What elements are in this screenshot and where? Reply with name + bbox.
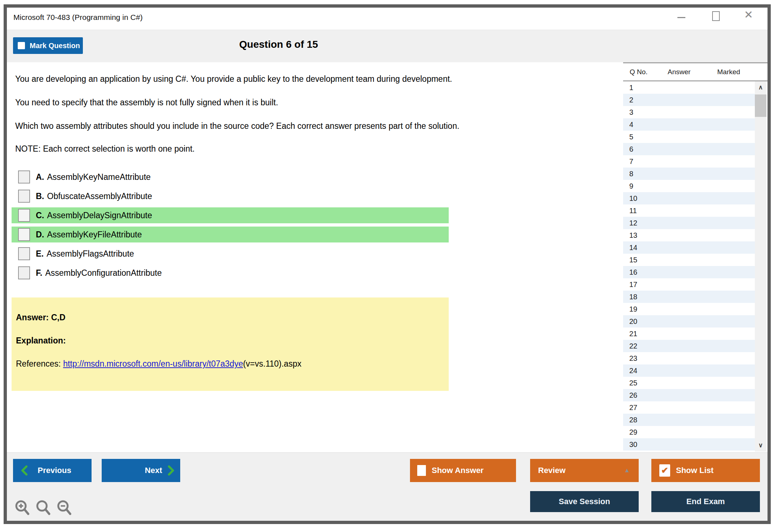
sidebar-row-number: 23	[629, 354, 637, 363]
sidebar-row[interactable]: 23	[623, 352, 755, 364]
sidebar-row[interactable]: 7	[623, 155, 755, 168]
sidebar-row[interactable]: 11	[623, 204, 755, 217]
sidebar-row[interactable]: 5	[623, 131, 755, 143]
sidebar-row-number: 6	[629, 145, 633, 153]
sidebar-row[interactable]: 3	[623, 106, 755, 118]
sidebar-scrollbar[interactable]: ∧ ∨	[755, 81, 766, 452]
sidebar-row[interactable]: 18	[623, 291, 755, 303]
sidebar-row[interactable]: 21	[623, 328, 755, 340]
sidebar-row[interactable]: 19	[623, 303, 755, 315]
sidebar-row[interactable]: 8	[623, 168, 755, 180]
sidebar-header: Q No. Answer Marked	[623, 63, 768, 80]
option-row-c[interactable]: C. AssemblyDelaySignAttribute	[12, 207, 449, 223]
option-text: AssemblyDelaySignAttribute	[47, 211, 152, 220]
option-row-d[interactable]: D. AssemblyKeyFileAttribute	[12, 227, 449, 242]
sidebar-row[interactable]: 22	[623, 340, 755, 352]
sidebar-row-number: 20	[629, 317, 637, 326]
zoom-out-button[interactable]	[56, 499, 73, 517]
minimize-icon[interactable]	[677, 17, 685, 18]
option-checkbox-d[interactable]	[18, 228, 30, 241]
option-letter: D.	[36, 230, 44, 240]
mark-question-label: Mark Question	[30, 42, 80, 50]
option-row-f[interactable]: F. AssemblyConfigurationAttribute	[12, 265, 449, 281]
sidebar-row[interactable]: 10	[623, 192, 755, 204]
sidebar-row[interactable]: 2	[623, 94, 755, 106]
scroll-down-icon[interactable]: ∨	[755, 440, 766, 451]
mark-question-checkbox[interactable]	[18, 42, 25, 49]
show-list-label: Show List	[676, 466, 714, 475]
sidebar-row-number: 24	[629, 367, 637, 375]
option-text: ObfuscateAssemblyAttribute	[47, 191, 152, 201]
sidebar-row-number: 19	[629, 305, 637, 313]
window-title: Microsoft 70-483 (Programming in C#)	[13, 13, 143, 22]
sidebar-row[interactable]: 13	[623, 229, 755, 241]
sidebar-row[interactable]: 1	[623, 81, 755, 94]
magnifier-icon	[35, 499, 52, 517]
review-button[interactable]: Review ▲	[530, 459, 639, 482]
maximize-icon[interactable]	[712, 11, 720, 21]
sidebar-row[interactable]: 4	[623, 118, 755, 131]
show-list-checkbox[interactable]: ✔	[659, 464, 670, 477]
sidebar-row-number: 14	[629, 244, 637, 252]
zoom-reset-button[interactable]	[35, 499, 52, 517]
option-text: AssemblyConfigurationAttribute	[45, 268, 162, 278]
option-checkbox-a[interactable]	[18, 170, 30, 183]
option-row-e[interactable]: E. AssemblyFlagsAttribute	[12, 246, 449, 262]
option-row-b[interactable]: B. ObfuscateAssemblyAttribute	[12, 188, 449, 204]
reference-link[interactable]: http://msdn.microsoft.com/en-us/library/…	[63, 359, 243, 368]
zoom-in-button[interactable]	[14, 499, 31, 517]
triangle-up-icon: ▲	[624, 467, 630, 474]
option-checkbox-b[interactable]	[18, 190, 30, 203]
question-paragraph: You are developing an application by usi…	[15, 73, 623, 84]
option-row-a[interactable]: A. AssemblyKeyNameAttribute	[12, 169, 449, 185]
show-list-button[interactable]: ✔ Show List	[651, 459, 760, 482]
scroll-up-icon[interactable]: ∧	[755, 82, 766, 93]
sidebar-row[interactable]: 29	[623, 426, 755, 438]
sidebar-row[interactable]: 26	[623, 389, 755, 401]
show-answer-label: Show Answer	[432, 466, 483, 475]
sidebar-row[interactable]: 14	[623, 241, 755, 254]
sidebar-row[interactable]: 30	[623, 438, 755, 451]
sidebar-row[interactable]: 6	[623, 143, 755, 155]
option-checkbox-c[interactable]	[18, 209, 30, 222]
sidebar-row[interactable]: 17	[623, 278, 755, 291]
sidebar-row[interactable]: 24	[623, 364, 755, 377]
sidebar-row-number: 1	[629, 84, 633, 92]
zoom-out-icon	[56, 499, 73, 517]
column-header-marked: Marked	[717, 68, 740, 76]
sidebar-row-number: 8	[629, 170, 633, 178]
option-letter: B.	[36, 191, 44, 201]
review-label: Review	[538, 466, 566, 475]
question-paragraph: Which two assembly attributes should you…	[15, 121, 623, 131]
end-exam-button[interactable]: End Exam	[651, 491, 760, 512]
close-icon[interactable]: ✕	[744, 9, 753, 20]
sidebar-row[interactable]: 27	[623, 401, 755, 414]
references-line: References: http://msdn.microsoft.com/en…	[16, 359, 301, 369]
exam-app: Microsoft 70-483 (Programming in C#) ✕ M…	[0, 0, 778, 532]
sidebar-row[interactable]: 25	[623, 377, 755, 389]
next-button[interactable]: Next	[102, 459, 180, 482]
sidebar-row[interactable]: 28	[623, 414, 755, 426]
sidebar-row[interactable]: 9	[623, 180, 755, 192]
option-checkbox-e[interactable]	[18, 247, 30, 260]
sidebar-row-number: 12	[629, 219, 637, 227]
show-answer-button[interactable]: Show Answer	[410, 459, 516, 482]
sidebar-row-number: 21	[629, 330, 637, 338]
end-exam-label: End Exam	[686, 497, 725, 506]
mark-question-button[interactable]: Mark Question	[13, 37, 83, 54]
sidebar-row-number: 17	[629, 280, 637, 289]
sidebar-row-number: 22	[629, 342, 637, 350]
scrollbar-thumb[interactable]	[755, 94, 766, 117]
zoom-in-icon	[14, 499, 31, 517]
sidebar-row[interactable]: 12	[623, 217, 755, 229]
sidebar-row-number: 13	[629, 231, 637, 240]
show-answer-checkbox[interactable]	[417, 465, 426, 476]
previous-button[interactable]: Previous	[13, 459, 92, 482]
sidebar-row[interactable]: 16	[623, 266, 755, 278]
option-checkbox-f[interactable]	[18, 266, 30, 279]
option-text: AssemblyKeyFileAttribute	[47, 230, 142, 240]
sidebar-row-number: 10	[629, 194, 637, 203]
sidebar-row[interactable]: 20	[623, 315, 755, 328]
save-session-button[interactable]: Save Session	[530, 491, 639, 512]
sidebar-row[interactable]: 15	[623, 254, 755, 266]
